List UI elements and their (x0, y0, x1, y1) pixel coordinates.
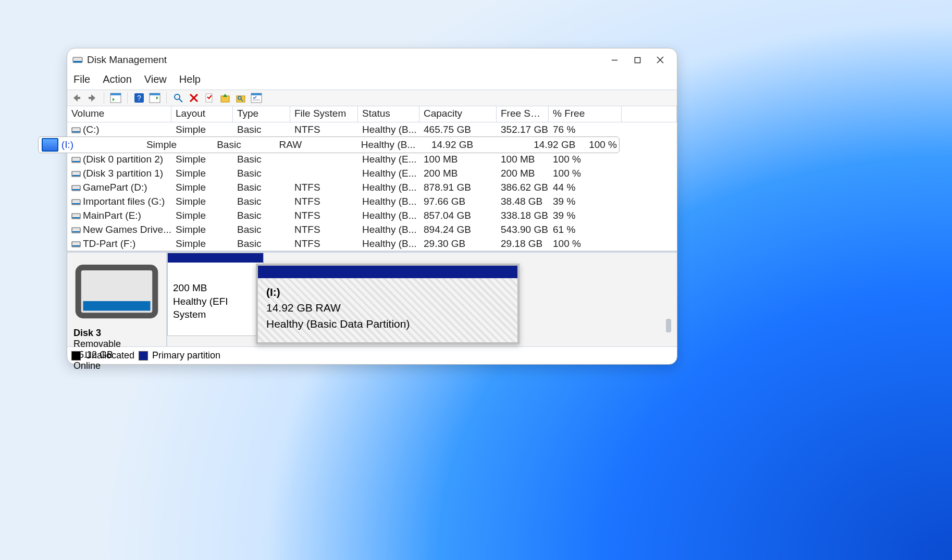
svg-point-14 (175, 94, 180, 99)
svg-rect-1 (73, 61, 82, 63)
forward-icon[interactable] (86, 92, 98, 104)
svg-text:?: ? (137, 94, 141, 102)
drive-icon (71, 197, 81, 204)
svg-line-15 (179, 99, 182, 102)
volume-row-selected[interactable]: (I:) Simple Basic RAW Healthy (B... 14.9… (38, 136, 620, 153)
partition-popup[interactable]: (I:) 14.92 GB RAW Healthy (Basic Data Pa… (256, 264, 520, 344)
drive-icon (71, 125, 81, 132)
col-type[interactable]: Type (233, 106, 290, 122)
col-volume[interactable]: Volume (67, 106, 171, 122)
delete-icon[interactable] (188, 92, 200, 104)
popup-volume-name: (I:) (266, 284, 509, 300)
col-layout[interactable]: Layout (171, 106, 233, 122)
drive-icon (73, 317, 160, 327)
drive-icon (71, 169, 81, 176)
swatch-unallocated (71, 351, 81, 360)
show-hide-console-tree-icon[interactable] (109, 92, 122, 104)
close-button[interactable] (649, 52, 672, 68)
svg-marker-20 (223, 94, 227, 97)
col-filesystem[interactable]: File System (290, 106, 358, 122)
svg-rect-7 (110, 93, 121, 95)
scrollbar-thumb[interactable] (666, 319, 671, 332)
volume-row[interactable]: GamePart (D:)SimpleBasicNTFSHealthy (B..… (67, 180, 677, 194)
col-pctfree[interactable]: % Free (549, 106, 622, 122)
partition-block[interactable]: 200 MB Healthy (EFI System (167, 253, 264, 336)
col-capacity[interactable]: Capacity (419, 106, 497, 122)
properties-icon[interactable] (203, 92, 216, 104)
drive-icon (71, 211, 81, 218)
toolbar: ? (67, 90, 677, 106)
find-icon[interactable] (234, 92, 247, 104)
svg-rect-3 (635, 57, 640, 63)
maximize-button[interactable] (626, 52, 649, 68)
menu-help[interactable]: Help (179, 73, 201, 85)
window-title: Disk Management (87, 54, 167, 66)
svg-rect-12 (150, 93, 160, 95)
help-icon[interactable]: ? (133, 92, 145, 104)
list-options-icon[interactable] (250, 92, 263, 104)
menubar: File Action View Help (67, 71, 677, 90)
volume-row[interactable]: MainPart (E:)SimpleBasicNTFSHealthy (B..… (67, 208, 677, 222)
drive-icon (71, 239, 81, 246)
volume-name: (I:) (61, 139, 144, 151)
disk-info[interactable]: Disk 3 Removable 15.12 GB Online (67, 253, 167, 346)
col-status[interactable]: Status (358, 106, 419, 122)
volume-row[interactable]: (C:)SimpleBasicNTFSHealthy (B...465.75 G… (67, 122, 677, 136)
volume-row[interactable]: (Disk 0 partition 2)SimpleBasicHealthy (… (67, 152, 677, 166)
drive-icon (42, 138, 58, 152)
volume-list[interactable]: (I:) Simple Basic RAW Healthy (B... 14.9… (67, 122, 677, 251)
back-icon[interactable] (70, 92, 83, 104)
col-freespace[interactable]: Free Sp... (497, 106, 549, 122)
settings-panel-icon[interactable] (149, 92, 161, 104)
drive-icon (71, 155, 81, 162)
app-icon (72, 56, 83, 64)
titlebar[interactable]: Disk Management (67, 48, 677, 71)
swatch-primary (139, 351, 148, 360)
volume-row[interactable]: New Games Drive...SimpleBasicNTFSHealthy… (67, 222, 677, 237)
action-up-icon[interactable] (219, 92, 231, 104)
drive-icon (71, 225, 81, 232)
menu-view[interactable]: View (144, 73, 167, 85)
column-header: Volume Layout Type File System Status Ca… (67, 106, 677, 122)
volume-row[interactable]: Important files (G:)SimpleBasicNTFSHealt… (67, 194, 677, 208)
volume-row[interactable]: (Disk 3 partition 1)SimpleBasicHealthy (… (67, 166, 677, 180)
minimize-button[interactable] (603, 52, 626, 68)
refresh-icon[interactable] (172, 92, 184, 104)
drive-icon (71, 183, 81, 190)
menu-file[interactable]: File (73, 73, 90, 85)
menu-action[interactable]: Action (103, 73, 132, 85)
svg-rect-25 (251, 93, 262, 95)
volume-row[interactable]: TD-Part (F:)SimpleBasicNTFSHealthy (B...… (67, 237, 677, 251)
